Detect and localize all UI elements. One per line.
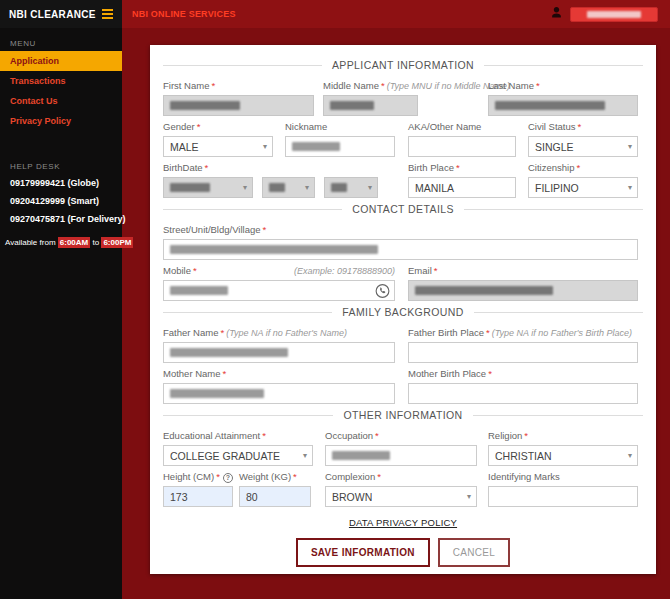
physical-row: Height (CM)*? Weight (KG)* Complexion* B…: [163, 471, 643, 507]
chevron-down-icon: ▾: [259, 142, 267, 151]
chevron-down-icon: ▾: [624, 451, 632, 460]
middle-name-input[interactable]: [323, 95, 418, 116]
chevron-down-icon: ▾: [624, 142, 632, 151]
cancel-button[interactable]: CANCEL: [438, 538, 510, 567]
birth-year-select[interactable]: ▾: [324, 177, 378, 198]
height-input[interactable]: [163, 486, 233, 507]
occupation-input[interactable]: [325, 445, 477, 466]
phone-icon: [375, 283, 390, 298]
birth-month-select[interactable]: ▾: [163, 177, 253, 198]
last-name-label: Last Name: [488, 80, 534, 91]
identifying-marks-input[interactable]: [488, 486, 638, 507]
menu-icon[interactable]: [102, 9, 113, 19]
availability-note: Available from 6:00AM to 6:00PM: [0, 228, 122, 257]
service-title: NBI ONLINE SERVICES: [132, 9, 236, 19]
last-name-input[interactable]: [488, 95, 638, 116]
section-family-background: FAMILY BACKGROUND: [163, 306, 643, 318]
civil-status-label: Civil Status: [528, 121, 576, 132]
masked-value: [170, 389, 264, 398]
identifying-marks-label: Identifying Marks: [488, 471, 560, 482]
mother-name-input[interactable]: [163, 383, 395, 404]
mother-birth-place-input[interactable]: [408, 383, 638, 404]
save-information-button[interactable]: SAVE INFORMATION: [296, 538, 430, 567]
masked-value: [170, 348, 288, 357]
weight-label: Weight (KG): [239, 471, 291, 482]
button-row: SAVE INFORMATION CANCEL: [163, 538, 643, 567]
masked-value: [495, 101, 605, 110]
father-birth-place-label: Father Birth Place: [408, 327, 484, 338]
mobile-input[interactable]: [163, 280, 395, 301]
section-applicant-information: APPLICANT INFORMATION: [163, 59, 643, 71]
section-other-information: OTHER INFORMATION: [163, 409, 643, 421]
citizenship-label: Citizenship: [528, 162, 574, 173]
helpdesk-heading: HELP DESK: [0, 157, 122, 174]
complexion-select[interactable]: BROWN▾: [325, 486, 477, 507]
helpdesk-phone-delivery: 09270475871 (For Delivery): [0, 210, 122, 228]
mother-birth-place-label: Mother Birth Place: [408, 368, 486, 379]
sidebar: MENU Application Transactions Contact Us…: [0, 28, 122, 599]
mobile-hint: (Example: 09178888900): [294, 266, 395, 276]
help-icon[interactable]: ?: [223, 473, 233, 483]
religion-select[interactable]: CHRISTIAN▾: [488, 445, 638, 466]
helpdesk-phone-smart: 09204129999 (Smart): [0, 192, 122, 210]
header-right: [550, 5, 670, 23]
sidebar-item-privacy-policy[interactable]: Privacy Policy: [0, 111, 122, 131]
birthdate-label: BirthDate: [163, 162, 203, 173]
father-birth-place-hint: (Type NA if no Father's Birth Place): [492, 328, 632, 338]
masked-value: [330, 101, 374, 110]
citizenship-select[interactable]: FILIPINO▾: [528, 177, 638, 198]
education-row: Educational Attainment* COLLEGE GRADUATE…: [163, 430, 643, 466]
birth-place-label: Birth Place: [408, 162, 454, 173]
top-header: NBI CLEARANCE NBI ONLINE SERVICES: [0, 0, 670, 28]
father-birth-place-input[interactable]: [408, 342, 638, 363]
chevron-down-icon: ▾: [463, 492, 471, 501]
street-label: Street/Unit/Bldg/Village: [163, 224, 261, 235]
data-privacy-policy-link[interactable]: DATA PRIVACY POLICY: [349, 517, 457, 528]
aka-label: AKA/Other Name: [408, 121, 481, 132]
complexion-label: Complexion: [325, 471, 375, 482]
sidebar-item-contact-us[interactable]: Contact Us: [0, 91, 122, 111]
religion-label: Religion: [488, 430, 522, 441]
sidebar-item-application[interactable]: Application: [0, 51, 122, 71]
gender-label: Gender: [163, 121, 195, 132]
occupation-label: Occupation: [325, 430, 373, 441]
masked-value: [415, 286, 553, 295]
email-label: Email: [408, 265, 432, 276]
open-time: 6:00AM: [58, 237, 90, 248]
masked-value: [170, 245, 378, 254]
masked-value: [332, 451, 390, 460]
birth-day-select[interactable]: ▾: [262, 177, 315, 198]
account-button[interactable]: [570, 7, 658, 22]
name-row: First Name* Middle Name*(Type MNU if no …: [163, 80, 643, 116]
masked-account-name: [587, 11, 641, 18]
weight-input[interactable]: [239, 486, 311, 507]
street-input[interactable]: [163, 239, 638, 260]
application-form-card: APPLICANT INFORMATION First Name* Middle…: [150, 45, 656, 574]
chevron-down-icon: ▾: [624, 183, 632, 192]
birth-place-input[interactable]: [408, 177, 516, 198]
nickname-input[interactable]: [285, 136, 395, 157]
height-label: Height (CM): [163, 471, 214, 482]
educational-attainment-select[interactable]: COLLEGE GRADUATE▾: [163, 445, 313, 466]
section-contact-details: CONTACT DETAILS: [163, 203, 643, 215]
mobile-label: Mobile: [163, 265, 191, 276]
helpdesk-phone-globe: 09179999421 (Globe): [0, 174, 122, 192]
sidebar-item-transactions[interactable]: Transactions: [0, 71, 122, 91]
brand-block: NBI CLEARANCE: [0, 0, 122, 28]
birth-row: BirthDate* ▾ ▾ ▾ Birth Place* Citizenshi…: [163, 162, 643, 198]
gender-select[interactable]: MALE▾: [163, 136, 273, 157]
aka-input[interactable]: [408, 136, 516, 157]
brand-logo: NBI CLEARANCE: [9, 9, 96, 20]
masked-value: [292, 142, 340, 151]
privacy-row: DATA PRIVACY POLICY: [163, 512, 643, 530]
father-row: Father Name*(Type NA if no Father's Name…: [163, 327, 643, 363]
masked-value: [331, 183, 347, 192]
email-input[interactable]: [408, 280, 638, 301]
father-name-input[interactable]: [163, 342, 395, 363]
educational-attainment-label: Educational Attainment: [163, 430, 260, 441]
civil-status-select[interactable]: SINGLE▾: [528, 136, 638, 157]
menu-heading: MENU: [0, 34, 122, 51]
mother-name-label: Mother Name: [163, 368, 221, 379]
middle-name-label: Middle Name: [323, 80, 379, 91]
first-name-input[interactable]: [163, 95, 314, 116]
